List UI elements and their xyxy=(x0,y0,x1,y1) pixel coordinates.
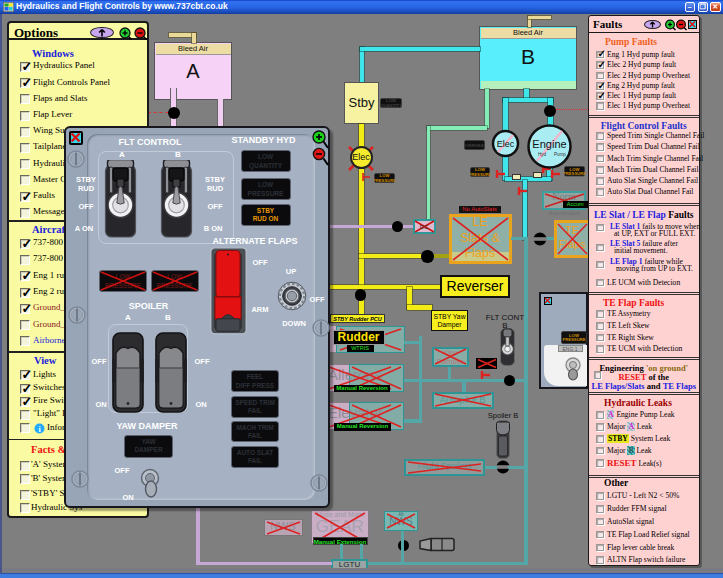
svg-text:PRESSURE: PRESSURE xyxy=(564,171,585,176)
svg-text:Pump: Pump xyxy=(554,152,566,157)
svg-text:Hyd: Hyd xyxy=(538,152,546,157)
svg-text:Elec: Elec xyxy=(497,139,515,149)
svg-text:QUANTITY: QUANTITY xyxy=(380,103,402,108)
svg-text:PRESSURE: PRESSURE xyxy=(374,177,395,182)
svg-text:OVERHEAT: OVERHEAT xyxy=(464,143,485,148)
svg-text:DC: DC xyxy=(420,224,429,230)
svg-text:PRESSURE: PRESSURE xyxy=(470,172,490,177)
svg-text:PRESSURE: PRESSURE xyxy=(562,337,585,342)
svg-text:Engine: Engine xyxy=(532,138,566,150)
